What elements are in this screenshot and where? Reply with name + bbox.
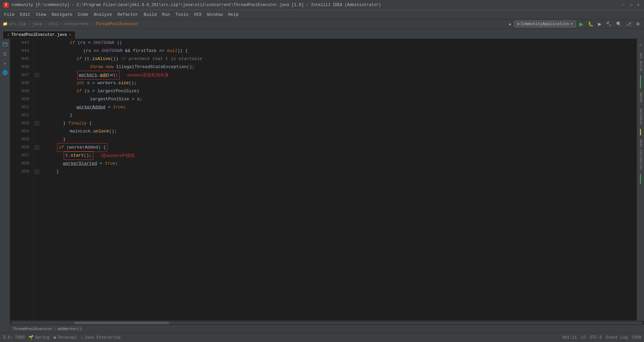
editor-area: 943 944 945 946 947 948 949 950 951 952 … <box>10 39 644 333</box>
code-line-952: } <box>43 111 631 119</box>
bean-validation-panel[interactable]: Bean Validation <box>638 137 643 172</box>
fold-959: − <box>34 168 40 176</box>
annotation-box-947: workers.add(w); <box>77 71 120 79</box>
line-943: 943 <box>10 39 29 47</box>
minimize-button[interactable]: ─ <box>621 3 626 7</box>
git-button[interactable]: ⎇ <box>625 21 633 27</box>
run-config-label: CommunityApplication <box>521 22 569 26</box>
menu-build[interactable]: Build <box>141 10 159 19</box>
maven-panel[interactable]: Maven <box>638 90 643 105</box>
fold-953-icon[interactable]: − <box>35 121 39 125</box>
status-todo[interactable]: ☰ 6: TODO <box>3 335 24 340</box>
fold-947: − <box>34 71 40 79</box>
fold-943 <box>34 39 40 47</box>
status-event-log[interactable]: Event Log <box>606 335 628 340</box>
database-panel[interactable]: Database <box>638 106 643 127</box>
fold-947-icon[interactable]: − <box>35 73 39 77</box>
code-line-953: } finally { <box>43 119 631 127</box>
main-area: ★ 🌐 943 944 945 946 947 948 949 950 951 … <box>0 39 644 333</box>
checkmark-icon[interactable]: ✓ <box>639 40 642 50</box>
fold-gutter: − − − − <box>34 39 40 321</box>
fold-951 <box>34 103 40 111</box>
build-button[interactable]: 🔨 <box>605 21 613 27</box>
code-line-956: if (workerAdded) { <box>43 144 631 152</box>
debug-button[interactable]: 🐛 <box>587 21 595 27</box>
menu-vcs[interactable]: VCS <box>191 10 204 19</box>
status-csdn[interactable]: CSDN <box>632 335 641 340</box>
dropdown-chevron-icon: ▾ <box>571 21 573 26</box>
h-scroll-thumb[interactable] <box>74 322 169 324</box>
code-line-948: int s = workers.size(); <box>43 79 631 87</box>
scroll-marker-green2 <box>640 174 641 184</box>
maximize-button[interactable]: □ <box>629 3 633 7</box>
menu-run[interactable]: Run <box>159 10 172 19</box>
code-line-951: workerAdded = true; <box>43 103 631 111</box>
h-scroll-track[interactable] <box>11 322 643 324</box>
nav-file[interactable]: ThreadPoolExecutor <box>95 22 139 26</box>
menu-tools[interactable]: Tools <box>173 10 191 19</box>
line-947: 947 <box>10 71 29 79</box>
line-959: 959 <box>10 168 29 176</box>
line-949: 949 <box>10 87 29 95</box>
search-button[interactable]: 🔍 <box>615 21 623 27</box>
code-line-944: (rs == SHUTDOWN && firstTask == null)) { <box>43 47 631 55</box>
nav-concurrent[interactable]: concurrent <box>65 22 89 26</box>
fold-944 <box>34 47 40 55</box>
java-enterprise-label: Java Enterprise <box>85 335 121 340</box>
menu-view[interactable]: View <box>33 10 49 19</box>
structure-icon[interactable] <box>1 50 9 58</box>
scroll-marker-yellow <box>640 129 641 135</box>
title-bar: I community [F:\community] - C:\Program … <box>0 0 644 10</box>
code-line-950: largestPoolSize = s; <box>43 95 631 103</box>
line-945: 945 <box>10 55 29 63</box>
nav-util[interactable]: util <box>49 22 58 26</box>
run-button[interactable]: ▶ <box>578 20 585 28</box>
menu-analyze[interactable]: Analyze <box>91 10 115 19</box>
fold-945 <box>34 55 40 63</box>
web-icon[interactable]: 🌐 <box>1 68 9 77</box>
annotation-tstart: t是workers中线程 <box>101 152 135 160</box>
run-coverage-button[interactable]: ▶ <box>597 21 603 27</box>
breadcrumb-bar: ThreadPoolExecutor › addWorker() <box>10 325 644 333</box>
settings-button[interactable]: ⚙ <box>635 21 641 27</box>
run-config-dropdown[interactable]: ⚙ CommunityApplication ▾ <box>514 20 576 27</box>
code-line-943: if (rs < SHUTDOWN || <box>43 39 631 47</box>
spring-label: Spring <box>35 335 49 340</box>
close-button[interactable]: ✕ <box>636 3 641 7</box>
csdn-label: CSDN <box>632 335 641 340</box>
fold-956-icon[interactable]: − <box>35 146 39 150</box>
status-java-enterprise[interactable]: ☕ Java Enterprise <box>80 335 120 340</box>
line-957: 957 <box>10 152 29 160</box>
nav-srczip[interactable]: src.zip <box>9 22 26 26</box>
h-scrollbar[interactable] <box>10 321 644 325</box>
menu-code[interactable]: Code <box>75 10 91 19</box>
tab-close-button[interactable]: × <box>69 33 71 37</box>
fold-956: − <box>34 144 40 152</box>
project-icon[interactable] <box>1 40 9 49</box>
menu-edit[interactable]: Edit <box>17 10 33 19</box>
fold-946 <box>34 63 40 71</box>
code-line-959: } <box>43 168 631 176</box>
code-line-947: workers.add(w); workers是线程池本身 <box>43 71 631 79</box>
window-controls[interactable]: ─ □ ✕ <box>621 3 641 7</box>
breadcrumb-class[interactable]: ThreadPoolExecutor <box>13 327 53 331</box>
status-line-ending[interactable]: LF <box>581 335 586 340</box>
navigate-back-button[interactable]: ◂ <box>507 21 512 27</box>
status-encoding[interactable]: UTF-8 <box>590 335 602 340</box>
nav-bar: 📁 src.zip › java › util › concurrent › T… <box>0 19 644 29</box>
favorites-icon[interactable]: ★ <box>1 59 9 68</box>
breadcrumb-method[interactable]: addWorker() <box>57 327 82 331</box>
status-position[interactable]: 901:21 <box>562 335 577 340</box>
fold-959-icon[interactable]: − <box>35 170 39 174</box>
ant-build-panel[interactable]: Ant Build <box>638 50 643 74</box>
menu-refactor[interactable]: Refactor <box>115 10 141 19</box>
encoding-label: UTF-8 <box>590 335 602 340</box>
menu-navigate[interactable]: Navigate <box>49 10 75 19</box>
tab-threadpoolexecutor[interactable]: J ThreadPoolExecutor.java × <box>3 31 75 39</box>
status-spring[interactable]: 🌱 Spring <box>29 335 49 340</box>
menu-help[interactable]: Help <box>225 10 241 19</box>
menu-file[interactable]: File <box>1 10 17 19</box>
menu-window[interactable]: Window <box>204 10 225 19</box>
nav-java[interactable]: java <box>33 22 42 26</box>
status-terminal[interactable]: ▣ Terminal <box>54 335 77 340</box>
